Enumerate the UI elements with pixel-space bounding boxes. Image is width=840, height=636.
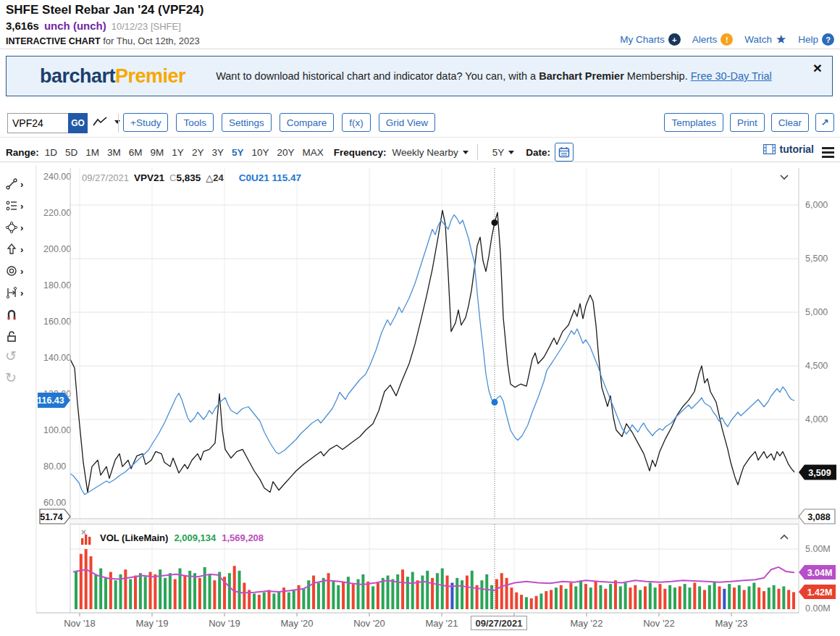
svg-text:0.00M: 0.00M: [805, 603, 831, 614]
chevron-down-icon: [463, 151, 469, 154]
svg-text:Nov '19: Nov '19: [209, 618, 240, 629]
svg-text:5.00M: 5.00M: [805, 544, 831, 554]
range-option-6m[interactable]: 6M: [129, 147, 143, 158]
svg-text:May '20: May '20: [280, 618, 313, 629]
go-button[interactable]: GO: [68, 113, 88, 133]
range-option-10y[interactable]: 10Y: [251, 147, 269, 158]
svg-text:4,000: 4,000: [805, 414, 828, 424]
add-study-button[interactable]: +Study: [123, 113, 168, 132]
help-link[interactable]: Help ?: [798, 33, 834, 46]
svg-text:60.00: 60.00: [43, 498, 66, 508]
svg-text:3.04M: 3.04M: [807, 568, 833, 578]
header-links: My Charts + Alerts ! Watch ★ Help ?: [620, 33, 834, 46]
clear-button[interactable]: Clear: [771, 113, 809, 132]
interactive-chart-label: INTERACTIVE CHART: [6, 36, 101, 46]
compare-button[interactable]: Compare: [280, 113, 335, 132]
range-label: Range:: [6, 147, 39, 158]
my-charts-label: My Charts: [620, 34, 665, 45]
grid-view-button[interactable]: Grid View: [379, 113, 435, 132]
collapse-volume-panel-icon[interactable]: [781, 535, 788, 539]
svg-text:100.00: 100.00: [43, 425, 71, 435]
print-button[interactable]: Print: [730, 113, 765, 132]
range-option-20y[interactable]: 20Y: [277, 147, 294, 158]
symbol-input[interactable]: [7, 113, 75, 133]
svg-text:5,000: 5,000: [805, 307, 828, 317]
range-option-1d[interactable]: 1D: [45, 147, 57, 158]
menu-hamburger-icon[interactable]: [822, 145, 834, 160]
crosshair-date-box: 09/27/2021: [471, 616, 527, 630]
calendar-icon: [558, 146, 570, 158]
svg-text:6,000: 6,000: [805, 200, 828, 210]
legend-change: △24: [206, 172, 223, 183]
watch-link[interactable]: Watch ★: [744, 33, 786, 46]
plus-circle-icon[interactable]: +: [668, 33, 681, 46]
my-charts-link[interactable]: My Charts +: [620, 33, 681, 46]
svg-text:80.00: 80.00: [43, 461, 66, 472]
svg-text:Nov '18: Nov '18: [64, 618, 96, 629]
range-option-1y[interactable]: 1Y: [172, 147, 184, 158]
alerts-link[interactable]: Alerts !: [692, 33, 734, 46]
svg-text:140.00: 140.00: [43, 353, 71, 363]
legend-symbol[interactable]: VPV21: [134, 172, 164, 183]
date-label: Date:: [526, 147, 550, 158]
chart-canvas[interactable]: 240.00220.00200.00180.00160.00140.00120.…: [0, 165, 840, 636]
legend-date: 09/27/2021: [82, 172, 129, 183]
banner-close-icon[interactable]: ×: [813, 61, 822, 75]
svg-text:May '22: May '22: [570, 618, 602, 629]
range-option-5d[interactable]: 5D: [65, 147, 77, 158]
chevron-down-icon: [508, 151, 514, 154]
star-icon[interactable]: ★: [776, 33, 786, 46]
range-option-5y[interactable]: 5Y: [232, 147, 244, 158]
range-option-2y[interactable]: 2Y: [192, 147, 204, 158]
legend-compare-symbol[interactable]: C0U21 115.47: [239, 172, 301, 183]
svg-text:160.00: 160.00: [43, 317, 71, 327]
alert-exclamation-icon[interactable]: !: [721, 33, 733, 46]
quote-row: 3,616s unch (unch) 10/12/23 [SHFE]: [6, 20, 181, 32]
range-option-3y[interactable]: 3Y: [211, 147, 224, 158]
collapse-price-panel-icon[interactable]: [781, 175, 788, 179]
panel-separator[interactable]: [70, 519, 799, 524]
header-divider: [0, 49, 840, 49]
range-option-1m[interactable]: 1M: [85, 147, 99, 158]
right-low-badge: 3,088: [799, 509, 835, 524]
svg-text:5,500: 5,500: [805, 254, 828, 264]
volume-ma-badge: 3.04M: [799, 565, 836, 579]
banner-text-prefix: Want to download historical chart and in…: [216, 70, 539, 82]
toolbar-left-buttons: +Study Tools Settings Compare f(x) Grid …: [123, 113, 435, 132]
legend-close-value: 5,835: [177, 172, 201, 183]
volume-study-icon[interactable]: ×: [80, 530, 94, 545]
range-option-9m[interactable]: 9M: [151, 147, 164, 158]
expand-chart-button[interactable]: ↗: [815, 113, 834, 132]
frequency-dropdown[interactable]: Weekly Nearby: [392, 147, 469, 158]
watch-label: Watch: [744, 34, 772, 45]
quote-date: 10/12/23: [112, 21, 148, 32]
logo-barchart: barchart: [40, 65, 115, 87]
range-option-max[interactable]: MAX: [302, 147, 323, 158]
templates-button[interactable]: Templates: [664, 113, 723, 132]
svg-text:1.42M: 1.42M: [807, 587, 833, 598]
fx-button[interactable]: f(x): [342, 113, 371, 132]
tutorial-link[interactable]: tutorial: [763, 143, 814, 155]
tutorial-video-icon: [763, 144, 776, 154]
price-change: unch (unch): [44, 20, 106, 32]
remove-study-icon[interactable]: ×: [81, 527, 86, 537]
period-dropdown[interactable]: 5Y: [492, 147, 515, 158]
volume-legend-label[interactable]: VOL (LikeMain): [100, 532, 168, 543]
date-picker-button[interactable]: [555, 143, 574, 162]
tools-button[interactable]: Tools: [176, 113, 214, 132]
frequency-value: Weekly Nearby: [392, 147, 458, 158]
svg-text:4,500: 4,500: [805, 361, 828, 371]
settings-button[interactable]: Settings: [222, 113, 272, 132]
chart-type-selector[interactable]: [93, 116, 120, 127]
left-low-badge: 51.74: [40, 509, 70, 524]
price-series: [70, 210, 794, 494]
range-bar: Range: 1D5D1M3M6M9M1Y2Y3Y5Y10Y20YMAX Fre…: [6, 143, 574, 162]
svg-text:Nov '20: Nov '20: [353, 618, 385, 629]
logo-premier: Premier: [115, 65, 185, 87]
free-trial-link[interactable]: Free 30-Day Trial: [691, 70, 772, 82]
quote-exchange: [SHFE]: [151, 21, 181, 32]
question-circle-icon[interactable]: ?: [822, 33, 834, 46]
volume-legend-value: 2,009,134: [174, 532, 216, 543]
range-option-3m[interactable]: 3M: [107, 147, 121, 158]
barchart-premier-logo: barchartPremier: [40, 65, 185, 88]
